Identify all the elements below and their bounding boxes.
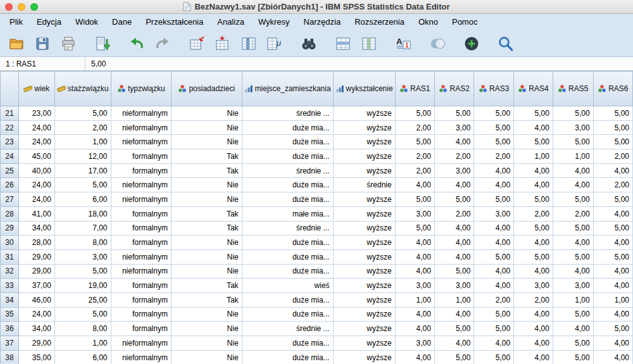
row-number-30[interactable]: 30 (1, 235, 19, 250)
data-cell[interactable]: 5,00 (514, 192, 553, 207)
data-cell[interactable]: wyższe (333, 149, 395, 164)
descriptives-icon[interactable]: μ (266, 35, 284, 53)
data-cell[interactable]: 5,00 (474, 106, 514, 121)
data-cell[interactable]: 5,00 (434, 350, 474, 364)
data-cell[interactable]: 19,00 (54, 279, 111, 293)
data-cell[interactable]: 4,00 (434, 235, 474, 250)
data-cell[interactable]: 5,00 (514, 135, 553, 149)
data-cell[interactable]: 5,00 (434, 322, 474, 336)
data-cell[interactable]: 3,00 (54, 249, 111, 264)
data-cell[interactable]: Nie (171, 307, 242, 322)
data-cell[interactable]: 24,00 (18, 120, 54, 135)
data-cell[interactable]: średnie ... (242, 106, 333, 121)
data-cell[interactable]: 23,00 (18, 106, 54, 121)
data-cell[interactable]: Nie (171, 192, 242, 207)
data-cell[interactable]: 5,00 (593, 135, 632, 149)
data-cell[interactable]: 4,00 (474, 264, 514, 279)
data-cell[interactable]: 2,00 (514, 292, 553, 307)
data-cell[interactable]: 5,00 (54, 307, 111, 322)
zoom-icon[interactable] (497, 35, 515, 53)
data-cell[interactable]: Tak (171, 163, 242, 178)
data-cell[interactable]: 2,00 (395, 149, 434, 164)
data-cell[interactable]: 4,00 (553, 163, 593, 178)
data-cell[interactable]: 5,00 (593, 221, 632, 235)
data-cell[interactable]: 12,00 (54, 149, 111, 164)
data-cell[interactable]: Nie (171, 350, 242, 364)
data-cell[interactable]: Nie (171, 322, 242, 336)
data-cell[interactable]: 3,00 (395, 279, 434, 293)
data-cell[interactable]: 5,00 (474, 249, 514, 264)
data-cell[interactable]: 3,00 (395, 206, 434, 221)
data-cell[interactable]: 5,00 (434, 106, 474, 121)
data-cell[interactable]: 5,00 (553, 192, 593, 207)
row-number-33[interactable]: 33 (1, 279, 19, 293)
menu-item-plik[interactable]: Plik (3, 14, 30, 30)
data-cell[interactable]: 4,00 (593, 235, 632, 250)
row-number-35[interactable]: 35 (1, 307, 19, 322)
data-cell[interactable]: 5,00 (553, 221, 593, 235)
data-cell[interactable]: 3,00 (395, 336, 434, 351)
data-cell[interactable]: 3,00 (434, 279, 474, 293)
data-cell[interactable]: wyższe (333, 163, 395, 178)
column-header-RAS2[interactable]: RAS2 (434, 72, 474, 106)
data-cell[interactable]: 4,00 (553, 264, 593, 279)
data-cell[interactable]: 5,00 (395, 221, 434, 235)
data-cell[interactable]: 24,00 (18, 192, 54, 207)
menu-item-rozszerzenia[interactable]: Rozszerzenia (348, 14, 411, 30)
data-cell[interactable]: wyższe (333, 206, 395, 221)
data-cell[interactable]: 37,00 (18, 279, 54, 293)
row-number-25[interactable]: 25 (1, 163, 19, 178)
data-cell[interactable]: nieformalnym (111, 120, 171, 135)
data-cell[interactable]: formalnym (111, 292, 171, 307)
data-cell[interactable]: 4,00 (434, 249, 474, 264)
data-cell[interactable]: 7,00 (54, 221, 111, 235)
data-cell[interactable]: 4,00 (434, 307, 474, 322)
data-cell[interactable]: 4,00 (514, 350, 553, 364)
data-cell[interactable]: 4,00 (553, 235, 593, 250)
menu-item-narzędzia[interactable]: Narzędzia (297, 14, 348, 30)
find-icon[interactable] (300, 35, 318, 53)
data-cell[interactable]: 6,00 (54, 350, 111, 364)
data-cell[interactable]: nieformalnym (111, 178, 171, 192)
data-cell[interactable]: Nie (171, 336, 242, 351)
data-cell[interactable]: 4,00 (434, 221, 474, 235)
row-number-23[interactable]: 23 (1, 135, 19, 149)
insert-cases-icon[interactable] (334, 35, 352, 53)
data-cell[interactable]: duże mia... (242, 235, 333, 250)
data-cell[interactable]: nieformalnym (111, 350, 171, 364)
maximize-button[interactable] (30, 3, 38, 11)
data-cell[interactable]: 2,00 (54, 120, 111, 135)
data-cell[interactable]: 5,00 (395, 192, 434, 207)
data-cell[interactable]: Nie (171, 235, 242, 250)
data-cell[interactable]: 5,00 (593, 106, 632, 121)
data-cell[interactable]: 3,00 (553, 279, 593, 293)
data-cell[interactable]: 24,00 (18, 178, 54, 192)
data-cell[interactable]: duże mia... (242, 192, 333, 207)
data-cell[interactable]: 5,00 (54, 178, 111, 192)
data-cell[interactable]: nieformalnym (111, 135, 171, 149)
menu-item-okno[interactable]: Okno (411, 14, 445, 30)
data-cell[interactable]: 1,00 (553, 292, 593, 307)
data-cell[interactable]: 24,00 (18, 135, 54, 149)
column-header-RAS1[interactable]: RAS1 (395, 72, 434, 106)
data-cell[interactable]: 5,00 (553, 106, 593, 121)
data-cell[interactable]: 40,00 (18, 163, 54, 178)
data-cell[interactable]: 46,00 (18, 292, 54, 307)
data-cell[interactable]: 2,00 (514, 206, 553, 221)
data-cell[interactable]: 4,00 (514, 336, 553, 351)
data-cell[interactable]: 2,00 (395, 163, 434, 178)
data-cell[interactable]: średnie ... (242, 221, 333, 235)
data-cell[interactable]: 41,00 (18, 206, 54, 221)
select-all-corner-cell[interactable] (1, 72, 19, 106)
data-cell[interactable]: Nie (171, 264, 242, 279)
row-number-21[interactable]: 21 (1, 106, 19, 121)
data-cell[interactable]: Tak (171, 279, 242, 293)
insert-variable-icon[interactable] (360, 35, 378, 53)
menu-item-przekształcenia[interactable]: Przekształcenia (139, 14, 210, 30)
redo-icon[interactable] (154, 35, 172, 53)
data-cell[interactable]: 5,00 (434, 264, 474, 279)
data-cell[interactable]: wyższe (333, 249, 395, 264)
data-cell[interactable]: 4,00 (514, 178, 553, 192)
data-cell[interactable]: 17,00 (54, 163, 111, 178)
data-cell[interactable]: 4,00 (434, 135, 474, 149)
